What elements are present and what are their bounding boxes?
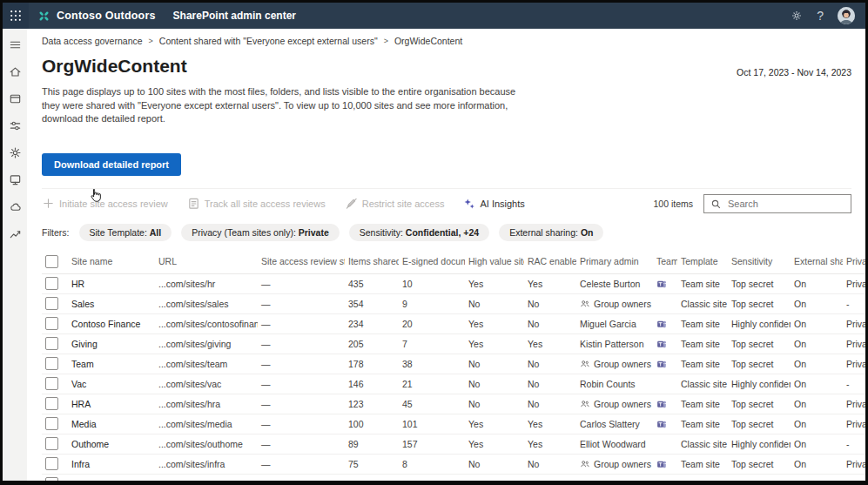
nav-sites-icon[interactable] [5, 89, 24, 108]
restrict-site-access-button[interactable]: Restrict site access [345, 194, 445, 212]
filter-value: On [581, 227, 594, 238]
cell-url: ...com/sites/media [155, 414, 258, 434]
cell-privacy: - [843, 374, 868, 394]
filter-pill-site-template[interactable]: Site Template: All [79, 224, 172, 241]
help-icon[interactable]: ? [817, 9, 824, 23]
table-row[interactable]: HR...com/sites/hr—43510YesYesCeleste Bur… [42, 273, 868, 293]
cell-items-shared: 205 [345, 333, 399, 354]
filter-name: Privacy (Team sites only): [192, 227, 299, 238]
row-checkbox[interactable] [45, 297, 58, 310]
teams-icon [656, 319, 667, 329]
cell-teams [653, 333, 677, 354]
cell-external-sharing: On [791, 374, 843, 394]
nav-home-icon[interactable] [5, 62, 24, 81]
filters-label: Filters: [42, 227, 70, 238]
cell-privacy: Private [843, 273, 868, 293]
row-checkbox[interactable] [45, 457, 58, 470]
column-header-url[interactable]: URL [155, 251, 258, 274]
top-bar: Contoso Outdoors SharePoint admin center… [3, 3, 865, 29]
cell-high-value: No [465, 374, 524, 394]
cell-template: Team site [677, 414, 728, 434]
row-checkbox[interactable] [45, 437, 58, 450]
filter-name: Sensitivity: [360, 227, 406, 238]
column-header-teams[interactable]: Teams [653, 251, 677, 274]
column-header-external-sharing[interactable]: External sharing [791, 251, 843, 274]
breadcrumb-item[interactable]: Data access governance [42, 36, 143, 46]
table-row[interactable]: HRA...com/sites/hra—12345NoNoGroup owner… [42, 394, 868, 414]
nav-menu-icon[interactable] [5, 35, 24, 54]
nav-settings-icon[interactable] [5, 143, 24, 162]
avatar[interactable] [838, 7, 855, 24]
breadcrumb-item[interactable]: Content shared with "Everyone except ext… [159, 36, 378, 46]
nav-content-icon[interactable] [5, 170, 24, 189]
column-header-sensitivity[interactable]: Sensitivity [728, 251, 791, 274]
ai-insights-button[interactable]: AI Insights [463, 195, 524, 212]
cell-url: ...com/sites/vac [155, 374, 258, 394]
cell-template: Classic site [677, 474, 728, 485]
column-header-name[interactable]: Site name [68, 251, 155, 274]
column-header-template[interactable]: Template [677, 251, 728, 274]
column-header-esigned[interactable]: E-signed documents [399, 251, 465, 274]
table-header-row: Site nameURLSite access review statusIte… [42, 251, 868, 274]
column-header-review-status[interactable]: Site access review status [258, 251, 345, 274]
track-all-site-access-reviews-button[interactable]: Track all site access reviews [187, 194, 326, 212]
table-row[interactable]: Infra...com/sites/infra—758NoNoGroup own… [42, 454, 868, 474]
search-input[interactable] [703, 194, 851, 213]
row-checkbox[interactable] [45, 477, 58, 485]
cell-privacy: Private [843, 394, 868, 414]
breadcrumb-item[interactable]: OrgWideContent [394, 36, 462, 46]
sites-table: Site nameURLSite access review statusIte… [42, 251, 868, 485]
row-checkbox[interactable] [45, 397, 58, 410]
column-header-privacy[interactable]: Privacy [843, 251, 868, 274]
filter-pill-external-sharing[interactable]: External sharing: On [499, 224, 603, 241]
cell-admin: Group owners [576, 394, 653, 414]
breadcrumb-separator: > [384, 37, 388, 45]
column-header-admin[interactable]: Primary admin [576, 251, 653, 274]
group-icon [580, 359, 590, 369]
group-icon [580, 299, 590, 309]
filter-pill-sensitivity[interactable]: Sensitivity: Confidential, +24 [349, 224, 489, 241]
column-header-rac[interactable]: RAC enabled [524, 251, 576, 274]
row-checkbox[interactable] [45, 337, 58, 350]
app-window: Contoso Outdoors SharePoint admin center… [0, 0, 868, 485]
select-all-checkbox[interactable] [45, 255, 58, 268]
row-checkbox[interactable] [45, 417, 58, 430]
table-row[interactable]: Sales...com/sites/sales—3549NoNoGroup ow… [42, 293, 868, 313]
waffle-icon[interactable] [3, 3, 29, 29]
cell-url: ...com/sites/hra [155, 394, 258, 414]
cell-teams [653, 454, 677, 474]
nav-reports-icon[interactable] [5, 224, 24, 243]
row-checkbox[interactable] [45, 357, 58, 370]
row-checkbox[interactable] [45, 277, 58, 290]
table-row[interactable]: Contoso Finance...com/sites/contosofinan… [42, 313, 868, 333]
cell-name: Vac [68, 374, 155, 394]
cell-url: ...com/sites/design [155, 474, 258, 485]
cell-name: Team [68, 354, 155, 374]
cell-template: Team site [677, 454, 728, 474]
table-row[interactable]: Design...com/sites/design—645NoNoAllan M… [42, 474, 868, 485]
table-row[interactable]: Media...com/sites/media—100101YesYesCarl… [42, 414, 868, 434]
table-row[interactable]: Outhome...com/sites/outhome—89157YesYesE… [42, 434, 868, 454]
cell-checkbox [42, 474, 68, 485]
nav-policies-icon[interactable] [5, 116, 24, 135]
column-header-items-shared[interactable]: Items shared↓ [345, 251, 399, 274]
table-row[interactable]: Giving...com/sites/giving—2057YesYesKist… [42, 333, 868, 354]
nav-migration-icon[interactable] [5, 197, 24, 216]
teams-icon [656, 419, 667, 429]
table-row[interactable]: Vac...com/sites/vac—14621NoNoRobin Count… [42, 374, 868, 394]
download-report-button[interactable]: Download detailed report [42, 153, 181, 176]
filter-pill-privacy-team-sites-only-[interactable]: Privacy (Team sites only): Private [181, 224, 340, 241]
cell-admin: Carlos Slattery [576, 414, 653, 434]
column-header-high-value[interactable]: High value site [465, 251, 524, 274]
cell-high-value: No [465, 474, 524, 485]
initiate-site-access-review-button[interactable]: Initiate site access review [42, 194, 168, 212]
settings-gear-icon[interactable] [791, 10, 803, 22]
table-row[interactable]: Team...com/sites/team—17838NoNoGroup own… [42, 354, 868, 374]
cell-rac: No [524, 313, 576, 333]
plus-icon [42, 197, 55, 210]
cell-external-sharing: On [791, 474, 843, 485]
row-checkbox[interactable] [45, 377, 58, 390]
row-checkbox[interactable] [45, 317, 58, 330]
cell-review-status: — [258, 374, 345, 394]
cell-review-status: — [258, 454, 345, 474]
